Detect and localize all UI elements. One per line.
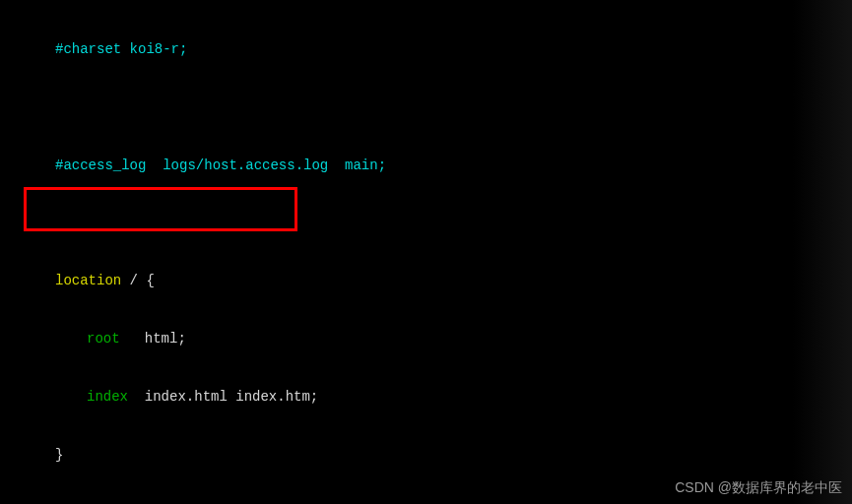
directive-value: html; bbox=[120, 331, 186, 346]
brace: } bbox=[55, 447, 63, 463]
code-line: index index.html index.htm; bbox=[0, 388, 852, 408]
code-editor-content: #charset koi8-r; #access_log logs/host.a… bbox=[0, 2, 852, 504]
comment: #access_log logs/host.access.log main; bbox=[55, 158, 386, 173]
code-line: #access_log logs/host.access.log main; bbox=[0, 157, 852, 176]
blank-line bbox=[0, 98, 852, 118]
code-line: root html; bbox=[0, 330, 852, 349]
directive-keyword: root bbox=[87, 331, 120, 346]
directive-keyword: location bbox=[55, 273, 121, 288]
directive-value: / { bbox=[121, 273, 155, 288]
watermark: CSDN @数据库界的老中医 bbox=[675, 478, 842, 498]
comment: #charset koi8-r; bbox=[55, 41, 187, 57]
code-line: } bbox=[0, 446, 852, 466]
directive-keyword: index bbox=[87, 389, 128, 405]
code-line: location / { bbox=[0, 272, 852, 291]
directive-value: index.html index.htm; bbox=[128, 389, 318, 405]
edge-fade bbox=[793, 0, 852, 504]
blank-line bbox=[0, 215, 852, 234]
code-line: #charset koi8-r; bbox=[0, 40, 852, 60]
